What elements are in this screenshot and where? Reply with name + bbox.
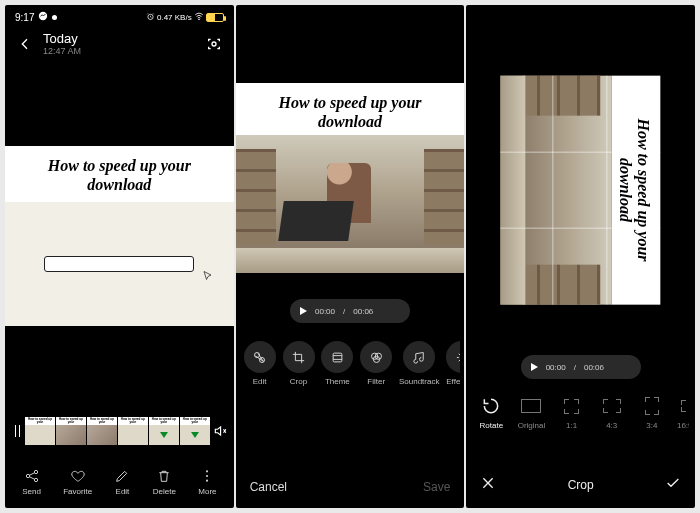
panel-gallery-view: 9:17 0.47 KB/s Today 12:47 AM (5, 5, 234, 508)
tool-crop[interactable]: Crop (283, 341, 315, 386)
media-photo (501, 76, 612, 305)
header-title: Today (43, 31, 196, 46)
cancel-button[interactable]: Cancel (250, 480, 287, 494)
corners-icon (677, 395, 689, 417)
svg-point-3 (212, 42, 216, 46)
thumbnail[interactable]: How to speed up your (25, 417, 55, 445)
media-title-line1: How to speed up your (634, 88, 652, 293)
thumbnail[interactable]: How to speed up your (56, 417, 86, 445)
timeline-thumbnails[interactable]: How to speed up your How to speed up you… (25, 417, 210, 445)
timeline-row: How to speed up your How to speed up you… (5, 414, 234, 448)
play-icon (531, 363, 538, 371)
header: Today 12:47 AM (5, 25, 234, 66)
corners-icon (597, 395, 627, 417)
playback-control[interactable]: 00:00/00:06 (290, 299, 410, 323)
bottom-action-bar: Send Favorite Edit Delete More (5, 458, 234, 508)
messenger-icon (38, 11, 48, 23)
tool-effects[interactable]: Effects (446, 341, 460, 386)
close-button[interactable] (480, 475, 496, 494)
send-label: Send (22, 487, 41, 496)
notification-dot-icon (52, 15, 57, 20)
svg-point-7 (206, 470, 208, 472)
mute-button[interactable] (210, 424, 230, 438)
tool-filter[interactable]: Filter (360, 341, 392, 386)
media-title-line2: download (616, 88, 634, 293)
aspect-label: 16:9 (677, 421, 689, 430)
media-title-line1: How to speed up your (19, 156, 220, 175)
rectangle-icon (516, 395, 546, 417)
corners-icon (557, 395, 587, 417)
svg-rect-12 (333, 353, 342, 362)
tool-label: Crop (290, 377, 307, 386)
favorite-button[interactable]: Favorite (63, 468, 92, 496)
thumbnail[interactable]: How to speed up your (149, 417, 179, 445)
aspect-1-1[interactable]: 1:1 (557, 395, 587, 430)
panel-crop-editor: How to speed up your download 00:00/00:0… (466, 5, 695, 508)
aspect-label: 1:1 (566, 421, 577, 430)
tool-soundtrack[interactable]: Soundtrack (399, 341, 439, 386)
svg-point-4 (26, 474, 29, 477)
thumbnail[interactable]: How to speed up your (180, 417, 210, 445)
editor-tool-row: Edit Crop Theme Filter Soundtrack Effect… (236, 335, 465, 390)
back-button[interactable] (17, 36, 33, 52)
edit-button[interactable]: Edit (114, 468, 130, 496)
delete-button[interactable]: Delete (153, 468, 176, 496)
crop-preview[interactable]: How to speed up your download (501, 76, 661, 305)
media-body (5, 202, 234, 326)
rotate-button[interactable]: Rotate (476, 395, 506, 430)
save-button[interactable]: Save (423, 480, 450, 494)
aspect-original[interactable]: Original (516, 395, 546, 430)
media-title: How to speed up your download (5, 146, 234, 202)
corners-icon (637, 395, 667, 417)
aspect-4-3[interactable]: 4:3 (597, 395, 627, 430)
editor-footer: Cancel Save (236, 468, 465, 508)
svg-point-9 (206, 480, 208, 482)
edit-label: Edit (116, 487, 130, 496)
crop-footer: Crop (466, 463, 695, 508)
status-time: 9:17 (15, 12, 34, 23)
aspect-label: 3:4 (646, 421, 657, 430)
editor-preview[interactable]: How to speed up your download (236, 83, 465, 273)
battery-icon (206, 13, 224, 22)
media-title: How to speed up your download (612, 76, 661, 305)
media-title-line1: How to speed up your (248, 93, 453, 112)
favorite-label: Favorite (63, 487, 92, 496)
aspect-3-4[interactable]: 3:4 (637, 395, 667, 430)
delete-label: Delete (153, 487, 176, 496)
wifi-icon (194, 11, 204, 23)
lens-button[interactable] (206, 36, 222, 52)
more-button[interactable]: More (198, 468, 216, 496)
alarm-icon (146, 12, 155, 23)
svg-point-5 (34, 470, 37, 473)
aspect-ratio-row: Rotate Original 1:1 4:3 3:4 16:9 (466, 389, 695, 434)
aspect-16-9[interactable]: 16:9 (677, 395, 689, 430)
playback-control[interactable]: 00:00/00:06 (521, 355, 641, 379)
tool-label: Soundtrack (399, 377, 439, 386)
header-subtitle: 12:47 AM (43, 46, 196, 56)
media-preview[interactable]: How to speed up your download (5, 146, 234, 326)
tool-edit[interactable]: Edit (244, 341, 276, 386)
media-title-line2: download (19, 175, 220, 194)
thumbnail[interactable]: How to speed up your (118, 417, 148, 445)
thumbnail[interactable]: How to speed up your (87, 417, 117, 445)
more-label: More (198, 487, 216, 496)
confirm-button[interactable] (665, 475, 681, 494)
panel-video-editor: How to speed up your download 00:00/00:0… (236, 5, 465, 508)
pause-button[interactable] (9, 425, 25, 437)
playback-position: 00:00 (546, 363, 566, 372)
tool-label: Edit (253, 377, 267, 386)
rotate-icon (476, 395, 506, 417)
media-title-line2: download (248, 112, 453, 131)
send-button[interactable]: Send (22, 468, 41, 496)
media-title: How to speed up your download (236, 83, 465, 135)
progress-bar-graphic (44, 256, 194, 272)
aspect-label: 4:3 (606, 421, 617, 430)
network-speed: 0.47 KB/s (157, 13, 192, 22)
tool-theme[interactable]: Theme (321, 341, 353, 386)
cursor-icon (202, 270, 214, 285)
crop-title: Crop (568, 478, 594, 492)
status-bar: 9:17 0.47 KB/s (5, 5, 234, 25)
tool-label: Theme (325, 377, 350, 386)
svg-point-8 (206, 475, 208, 477)
aspect-label: Rotate (480, 421, 504, 430)
